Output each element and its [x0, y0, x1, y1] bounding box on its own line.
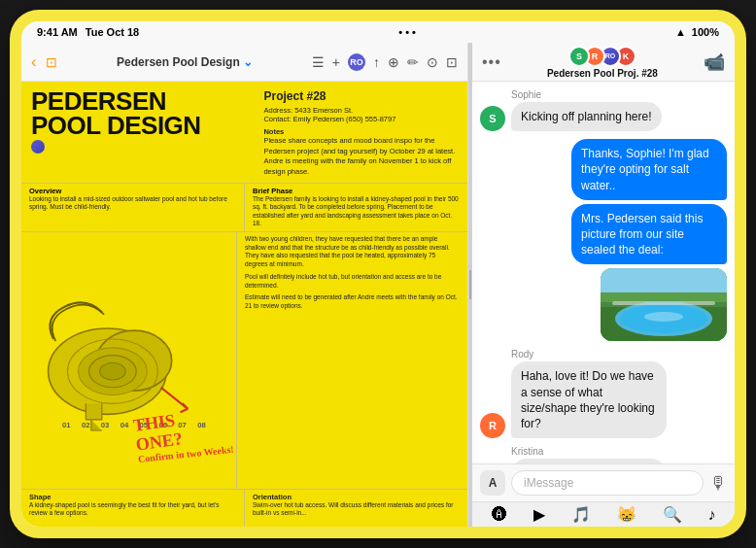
bottom-row: Shape A kidney-shaped pool is seemingly …: [21, 490, 467, 527]
svg-rect-24: [601, 292, 727, 302]
app-icon-a[interactable]: A: [480, 470, 505, 496]
inline-avatar: [31, 140, 45, 154]
shape-text: A kidney-shaped pool is seemingly the be…: [29, 501, 236, 518]
messages-group-info: S R RO K Pedersen Pool Proj. #28: [501, 46, 704, 79]
notes-toolbar-icons: ☰ + RO ↑ ⊕ ✏ ⊙ ⊡: [312, 53, 458, 71]
kristina-label: Kristina: [480, 446, 727, 457]
overview-label: Overview: [29, 187, 236, 195]
add-icon[interactable]: +: [332, 54, 340, 70]
notes-toolbar: ‹ ⊡ Pedersen Pool Design ⌄ ☰ + RO ↑ ⊕ ✏ …: [21, 43, 467, 82]
orientation-text: Swim-over hot tub access. Will discuss d…: [253, 501, 460, 518]
brief-text-4: Estimate will need to be generated after…: [245, 293, 460, 311]
brief-label: Brief Phase: [253, 187, 460, 195]
messages-input-bar: A iMessage 🎙: [472, 463, 735, 501]
notes-app-title: Pedersen Pool Design ⌄: [63, 55, 305, 69]
emoji-icon[interactable]: ⊕: [388, 54, 399, 70]
brief-text-3: Pool will definitely include hot tub, bu…: [245, 273, 460, 291]
messages-list[interactable]: Sophie S Kicking off planning here! Than…: [472, 82, 735, 463]
brief-text-area: With two young children, they have reque…: [237, 232, 467, 489]
svg-rect-26: [612, 301, 715, 305]
overview-row: Overview Looking to install a mid-sized …: [21, 184, 467, 232]
dock-appclips-icon[interactable]: ▶: [533, 505, 545, 524]
wifi-icon: ▲: [675, 26, 686, 38]
svg-text:07: 07: [178, 420, 187, 428]
dock-search-icon[interactable]: 🔍: [663, 505, 682, 524]
list-icon[interactable]: ☰: [312, 54, 325, 70]
marker-icon[interactable]: ✏: [407, 54, 419, 70]
orientation-label: Orientation: [253, 493, 460, 501]
sophie-label: Sophie: [480, 89, 727, 100]
orientation-section: Orientation Swim-over hot tub access. Wi…: [245, 490, 467, 527]
avatar-sophie: S: [568, 46, 590, 67]
battery-label: 100%: [692, 26, 719, 38]
notes-text: Please share concepts and mood board ins…: [263, 136, 458, 177]
dock-memoji-icon[interactable]: 😸: [617, 505, 636, 524]
photo-bubble: [601, 268, 727, 341]
split-divider[interactable]: [468, 43, 472, 527]
doc-title-area: PEDERSEN POOL DESIGN: [31, 89, 263, 177]
svg-text:02: 02: [82, 420, 90, 428]
svg-text:03: 03: [101, 420, 110, 428]
rody-label: Rody: [480, 349, 727, 360]
brief-phase-section: Brief Phase The Pedersen family is looki…: [245, 184, 467, 231]
mic-button[interactable]: 🎙: [709, 473, 727, 494]
message-row-photo: [480, 268, 727, 341]
svg-text:04: 04: [120, 420, 129, 428]
status-right: ▲ 100%: [675, 26, 719, 38]
message-group-outgoing: Thanks, Sophie! I'm glad they're opting …: [480, 139, 727, 341]
message-row-out1: Thanks, Sophie! I'm glad they're opting …: [480, 139, 727, 200]
rody-avatar: R: [480, 413, 505, 438]
address: Address: 5433 Emerson St.: [263, 106, 458, 115]
time-display: 9:41 AM: [37, 26, 78, 38]
status-bar: 9:41 AM Tue Oct 18 • • • ▲ 100%: [21, 21, 735, 43]
overflow-icon[interactable]: ⊡: [446, 54, 458, 70]
dropdown-arrow[interactable]: ⌄: [243, 55, 253, 69]
dock-appstore-icon[interactable]: 🅐: [492, 506, 507, 524]
messages-dots[interactable]: •••: [482, 53, 501, 71]
messages-avatars: S R RO K: [568, 46, 636, 67]
svg-text:06: 06: [158, 420, 167, 428]
message-group-rody: Rody R Haha, love it! Do we have a sense…: [480, 349, 727, 438]
share-icon[interactable]: ↑: [373, 54, 380, 70]
video-call-button[interactable]: 📹: [704, 51, 725, 73]
gallery-icon[interactable]: ⊡: [46, 54, 57, 70]
message-row-sophie: S Kicking off planning here!: [480, 102, 727, 131]
middle-row: 01 02 03 04 05 06 07 08: [21, 232, 467, 490]
ipad-screen: 9:41 AM Tue Oct 18 • • • ▲ 100% ‹ ⊡ Pede: [21, 21, 735, 527]
dock-audio-icon[interactable]: 🎵: [571, 505, 591, 524]
pool-svg: 01 02 03 04 05 06 07 08: [21, 232, 236, 489]
pool-sketch-area: 01 02 03 04 05 06 07 08: [21, 232, 237, 489]
pool-title-line1: PEDERSEN: [31, 89, 263, 114]
message-row-out2: Mrs. Pedersen said this picture from our…: [480, 204, 727, 265]
project-number: Project #28: [263, 89, 458, 103]
overview-section: Overview Looking to install a mid-sized …: [21, 184, 245, 231]
pool-photo-svg: [601, 268, 727, 341]
messages-toolbar: ••• S R RO K Pedersen Pool Proj. #28 📹: [472, 43, 735, 82]
status-left: 9:41 AM Tue Oct 18: [37, 26, 139, 38]
messages-group-title: Pedersen Pool Proj. #28: [547, 68, 658, 79]
message-row-rody: R Haha, love it! Do we have a sense of w…: [480, 361, 727, 438]
messages-bottom-dock: 🅐 ▶ 🎵 😸 🔍 ♪: [472, 501, 735, 527]
split-view: ‹ ⊡ Pedersen Pool Design ⌄ ☰ + RO ↑ ⊕ ✏ …: [21, 43, 735, 527]
back-button[interactable]: ‹: [31, 53, 36, 71]
notes-document: PEDERSEN POOL DESIGN Project #28 Addr: [21, 82, 467, 527]
dock-music-icon[interactable]: ♪: [708, 506, 716, 524]
svg-text:01: 01: [62, 420, 71, 428]
pool-title-line2: POOL DESIGN: [31, 114, 263, 138]
svg-text:08: 08: [197, 420, 206, 428]
imessage-input[interactable]: iMessage: [511, 470, 704, 496]
notes-label: Notes: [263, 127, 458, 136]
date-display: Tue Oct 18: [86, 26, 139, 38]
bubble-rody: Haha, love it! Do we have a sense of wha…: [511, 361, 667, 438]
svg-point-6: [100, 362, 126, 380]
doc-project-info: Project #28 Address: 5433 Emerson St. Co…: [263, 89, 458, 177]
ipad-frame: 9:41 AM Tue Oct 18 • • • ▲ 100% ‹ ⊡ Pede: [10, 10, 746, 538]
overview-text: Looking to install a mid-sized outdoor s…: [29, 195, 236, 212]
sophie-avatar: S: [480, 106, 505, 131]
dots-indicator: • • •: [398, 26, 416, 38]
messages-pane: ••• S R RO K Pedersen Pool Proj. #28 📹: [472, 43, 735, 527]
shape-section: Shape A kidney-shaped pool is seemingly …: [21, 490, 245, 527]
message-group-kristina: Kristina K A few photos the family share…: [480, 446, 727, 463]
more-icon[interactable]: ⊙: [427, 54, 438, 70]
ro-icon: RO: [348, 53, 365, 71]
